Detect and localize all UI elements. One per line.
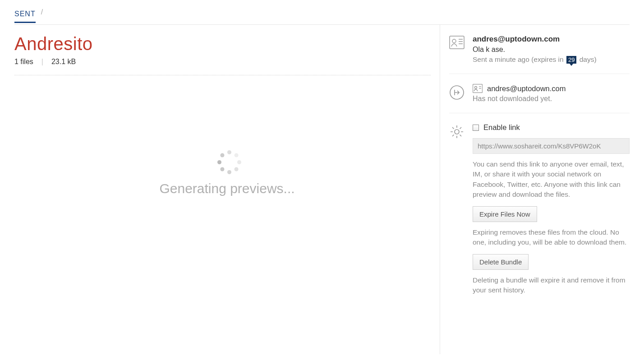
bundle-title: Andresito: [14, 34, 440, 54]
enable-link-label: Enable link: [483, 123, 520, 132]
sender-message: Ola k ase.: [473, 46, 630, 54]
forward-icon: [449, 85, 465, 100]
bundle-size: 23.1 kB: [51, 58, 76, 66]
preview-area: Generating previews...: [14, 148, 440, 196]
meta-separator: |: [41, 58, 43, 66]
settings-section: Enable link You can send this link to an…: [449, 113, 630, 305]
sidebar: andres@uptodown.com Ola k ase. Sent a mi…: [440, 25, 630, 354]
breadcrumb: SENT /: [14, 0, 630, 25]
contact-card-icon: [449, 36, 465, 51]
svg-point-7: [475, 87, 477, 89]
svg-point-1: [452, 39, 456, 43]
expires-days-badge: 29: [566, 56, 576, 64]
recipient-section: andres@uptodown.com Has not downloaded y…: [449, 74, 630, 113]
main-content: Andresito 1 files | 23.1 kB Generating p…: [14, 25, 440, 354]
contact-icon: [473, 84, 483, 93]
recipient-email: andres@uptodown.com: [487, 84, 566, 93]
link-help-text: You can send this link to anyone over em…: [473, 159, 630, 200]
delete-help-text: Deleting a bundle will expire it and rem…: [473, 275, 630, 296]
recipient-status: Has not downloaded yet.: [473, 95, 630, 103]
delete-bundle-button[interactable]: Delete Bundle: [473, 254, 529, 270]
enable-link-checkbox[interactable]: [473, 125, 479, 131]
gear-icon: [449, 124, 465, 139]
enable-link-row[interactable]: Enable link: [473, 123, 630, 132]
spinner-icon: [215, 148, 240, 173]
expire-help-text: Expiring removes these files from the cl…: [473, 227, 630, 248]
sent-time-line: Sent a minute ago (expires in 29 days): [473, 56, 630, 64]
sent-time: Sent a minute ago: [473, 56, 529, 63]
files-count: 1 files: [14, 58, 33, 66]
breadcrumb-separator: /: [41, 8, 43, 20]
svg-point-10: [455, 130, 459, 134]
sender-section: andres@uptodown.com Ola k ase. Sent a mi…: [449, 25, 630, 74]
bundle-meta: 1 files | 23.1 kB: [14, 58, 431, 75]
expire-files-button[interactable]: Expire Files Now: [473, 206, 537, 222]
expires-suffix: days): [580, 56, 597, 63]
expires-prefix: (expires in: [531, 56, 564, 63]
svg-rect-0: [450, 36, 464, 49]
share-link-input[interactable]: [473, 138, 630, 154]
breadcrumb-sent[interactable]: SENT: [14, 10, 36, 23]
preview-status: Generating previews...: [159, 181, 294, 196]
sender-email: andres@uptodown.com: [473, 35, 630, 44]
